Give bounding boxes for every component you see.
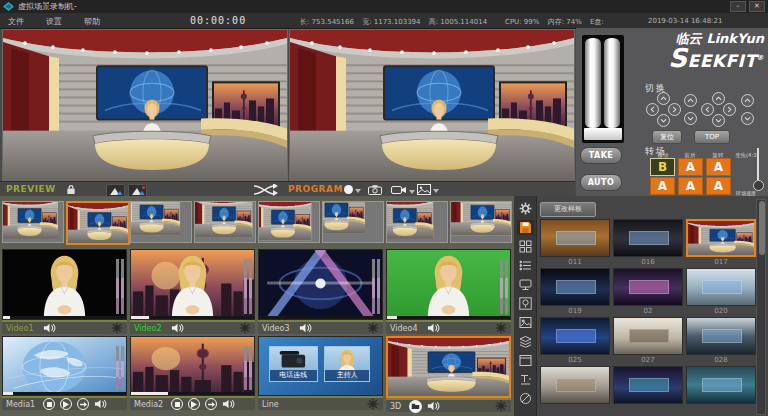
picture-icon[interactable] [417,184,439,195]
video3-scrub-bar[interactable] [259,316,382,319]
scene-item-row4-2[interactable] [613,366,683,414]
media1-viewport[interactable] [2,336,127,396]
rotate-up-button[interactable] [712,92,725,105]
video1-scrub-bar[interactable] [3,316,126,319]
rotate-left-button[interactable] [701,103,714,116]
video1-speaker-icon[interactable] [43,323,56,333]
menu-file[interactable]: 文件 [8,16,24,27]
angle-thumb-4[interactable] [194,201,256,243]
transition-button-b[interactable]: B [650,158,675,176]
video4-scrub-bar[interactable] [387,316,510,319]
video4-speaker-icon[interactable] [427,323,440,333]
video2-viewport[interactable] [130,249,255,320]
source-line[interactable]: 电话连线 主持人 Line [258,336,383,410]
bulb-icon[interactable] [517,296,534,311]
rotate-right-button[interactable] [723,103,736,116]
media2-scrub-bar[interactable] [131,392,254,395]
move-up-button[interactable] [657,92,670,105]
scene-item-019[interactable]: 019 [540,268,610,316]
source-3d[interactable]: 3D [386,336,511,412]
angle-thumb-3[interactable] [130,201,192,243]
video3-speaker-icon[interactable] [299,323,312,333]
video4-gear-icon[interactable] [495,322,507,334]
top-button[interactable]: TOP [694,130,730,144]
threed-speaker-icon[interactable] [427,401,440,411]
scene-item-025[interactable]: 025 [540,317,610,365]
transition-button-a5[interactable]: A [706,177,731,195]
save-floppy-icon[interactable] [517,220,534,235]
scene-item-016[interactable]: 016 [613,219,683,267]
media2-stop-button[interactable] [171,398,183,410]
scene-item-028[interactable]: 028 [686,317,756,365]
media2-speaker-icon[interactable] [222,399,235,409]
take-button[interactable]: TAKE [580,147,622,164]
list-icon[interactable] [517,258,534,273]
angle-thumb-5[interactable] [258,201,320,243]
media2-play-button[interactable] [188,398,200,410]
scene-item-02[interactable]: 02 [613,268,683,316]
text-tool-icon[interactable] [517,372,534,387]
source-video2[interactable]: Video2 [130,249,255,334]
layout-grid-icon[interactable] [517,239,534,254]
window-icon[interactable] [517,353,534,368]
line-gear-icon[interactable] [367,398,379,410]
change-template-button[interactable]: 更改样板 [540,202,596,217]
t-bar-fader[interactable] [582,35,624,143]
media2-loop-button[interactable] [205,398,217,410]
video3-viewport[interactable] [258,249,383,320]
source-video1[interactable]: Video1 [2,249,127,334]
scene-item-row4-1[interactable] [540,366,610,414]
transition-button-a3[interactable]: A [650,177,675,195]
scene-item-017-selected[interactable]: 017 [686,219,756,267]
source-video4[interactable]: Video4 [386,249,511,334]
transition-swap-icon[interactable] [252,184,278,196]
scene-item-027[interactable]: 027 [613,317,683,365]
threed-viewport[interactable] [386,336,511,398]
transition-button-a1[interactable]: A [678,158,703,176]
source-video3[interactable]: Video3 [258,249,383,334]
block-icon[interactable] [517,391,534,406]
threed-folder-button[interactable] [409,400,422,413]
auto-button[interactable]: AUTO [580,174,622,191]
close-button[interactable]: ✕ [749,1,765,12]
video3-gear-icon[interactable] [367,322,379,334]
scene-item-row4-3[interactable] [686,366,756,414]
snapshot-camera-icon[interactable] [368,185,382,195]
zoom-in-button[interactable] [741,94,754,107]
scene-item-020[interactable]: 020 [686,268,756,316]
media1-scrub-bar[interactable] [3,392,126,395]
media2-viewport[interactable] [130,336,255,396]
line-viewport[interactable]: 电话连线 主持人 [258,336,383,396]
rotate-down-button[interactable] [712,114,725,127]
source-media1[interactable]: Media1 [2,336,127,410]
video2-speaker-icon[interactable] [171,323,184,333]
media1-loop-button[interactable] [77,398,89,410]
source-media2[interactable]: Media2 [130,336,255,410]
menu-help[interactable]: 帮助 [84,16,100,27]
lock-icon[interactable] [66,184,76,195]
video2-scrub-bar[interactable] [131,316,254,319]
record-icon[interactable] [344,185,361,194]
angle-thumb-6[interactable] [322,201,384,243]
move-left-button[interactable] [646,103,659,116]
angle-thumb-7[interactable] [386,201,448,243]
camcorder-icon[interactable] [391,185,415,195]
transition-button-a4[interactable]: A [678,177,703,195]
settings-gear-icon[interactable] [517,201,534,216]
angle-thumb-2-selected[interactable] [66,201,130,245]
media1-speaker-icon[interactable] [94,399,107,409]
dolly-forward-button[interactable] [684,94,697,107]
dolly-back-button[interactable] [684,112,697,125]
video2-gear-icon[interactable] [239,322,251,334]
angle-thumb-1[interactable] [2,201,64,243]
zoom-out-button[interactable] [741,112,754,125]
angle-thumb-8[interactable] [450,201,512,243]
minimize-button[interactable]: – [730,1,746,12]
threed-gear-icon[interactable] [495,400,507,412]
scene-scrollbar-thumb[interactable] [759,201,765,255]
video1-gear-icon[interactable] [111,322,123,334]
menu-settings[interactable]: 设置 [46,16,62,27]
program-monitor[interactable] [289,29,575,182]
move-down-button[interactable] [657,114,670,127]
monitor-icon[interactable] [517,277,534,292]
